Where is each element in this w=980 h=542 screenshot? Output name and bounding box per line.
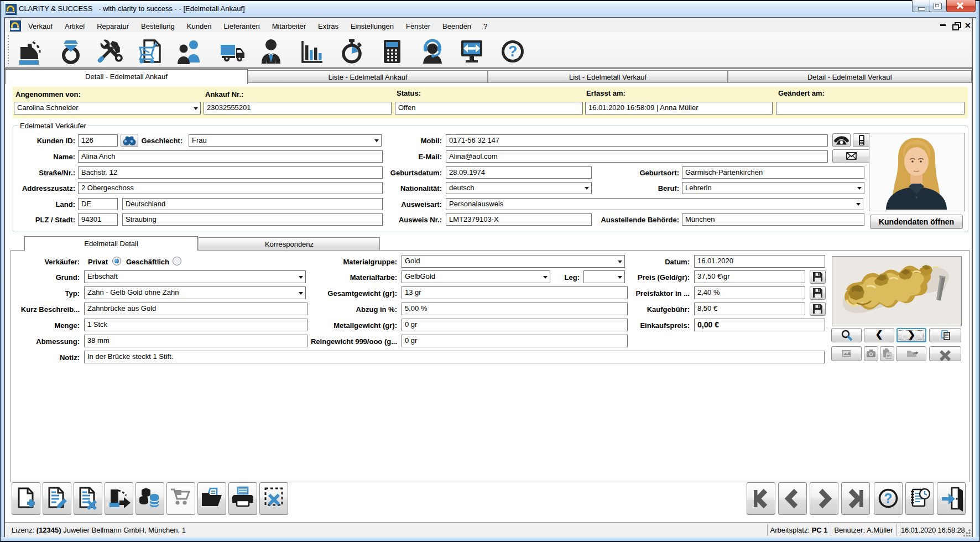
svg-text:?: ? <box>884 491 892 506</box>
svg-text:?: ? <box>508 43 518 60</box>
